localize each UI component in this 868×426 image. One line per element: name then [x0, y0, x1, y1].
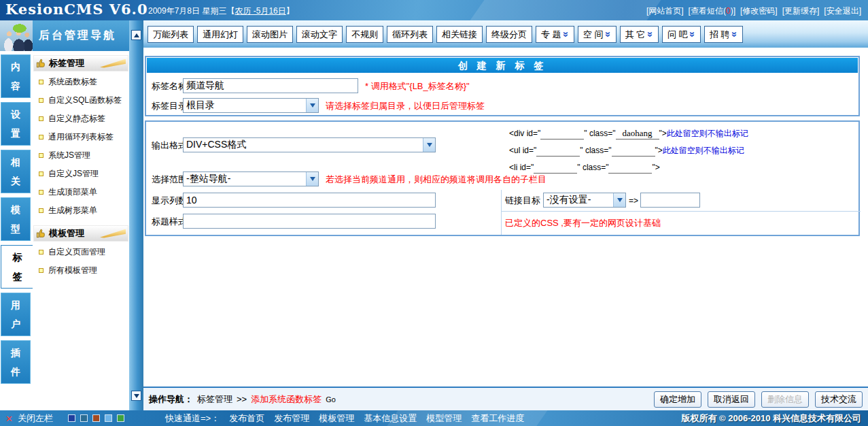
bullet-icon: [39, 171, 44, 176]
side-tab-label: 设置: [11, 105, 21, 143]
tab-space[interactable]: 空 间»: [578, 26, 617, 43]
menu-item-custom-pages[interactable]: 自定义页面管理: [33, 243, 129, 261]
menu-item-all-templates[interactable]: 所有模板管理: [33, 261, 129, 280]
sidebar-scrollbar[interactable]: [129, 20, 143, 410]
logout-link[interactable]: [安全退出]: [824, 5, 861, 17]
code-text: <ul id=": [509, 146, 536, 155]
tag-dir-selected-value: 根目录: [184, 99, 306, 112]
output-format-select[interactable]: DIV+CSS格式: [183, 137, 436, 152]
tab-special[interactable]: 专 题»: [536, 26, 574, 43]
tab-qa[interactable]: 问 吧»: [662, 26, 701, 43]
menu-item-label: 自定义JS管理: [48, 168, 99, 180]
quick-channel-label: 快速通道=>：: [165, 412, 220, 425]
tag-dir-select[interactable]: 根目录: [183, 98, 319, 113]
tab-jobs[interactable]: 招 聘»: [704, 26, 743, 43]
breadcrumb-go[interactable]: Go: [326, 395, 336, 404]
site-home-link[interactable]: [网站首页]: [646, 5, 684, 17]
quick-link-work-progress[interactable]: 查看工作进度: [471, 412, 524, 425]
code-text: " class=": [584, 129, 615, 138]
scroll-up-button[interactable]: [131, 30, 141, 40]
tab-loop-list[interactable]: 循环列表: [387, 26, 433, 43]
tab-irregular[interactable]: 不规则: [346, 26, 383, 43]
theme-swatch-navy[interactable]: [68, 414, 75, 422]
tab-label: 专 题: [541, 29, 561, 41]
ul-class-input[interactable]: [612, 145, 655, 157]
ul-id-input[interactable]: [536, 145, 580, 157]
tab-scroll-text[interactable]: 滚动文字: [296, 26, 343, 43]
menu-group-title: 标签管理: [49, 57, 84, 69]
theme-swatches: [68, 414, 124, 422]
tab-related-links[interactable]: 相关链接: [436, 26, 483, 43]
cancel-return-button[interactable]: 取消返回: [708, 391, 755, 408]
menu-item-custom-static-tags[interactable]: 自定义静态标签: [33, 110, 129, 128]
side-tab-users[interactable]: 用户: [1, 293, 31, 336]
dropdown-arrow-icon: [613, 193, 625, 207]
quick-link-basic-settings[interactable]: 基本信息设置: [364, 412, 417, 425]
tag-name-input[interactable]: [183, 78, 358, 93]
thumbs-up-icon: [36, 229, 46, 238]
side-tab-plugins[interactable]: 插件: [1, 340, 31, 384]
change-password-link[interactable]: [修改密码]: [740, 5, 778, 17]
sidebar-title: 后台管理导航: [33, 20, 129, 51]
tab-other[interactable]: 其 它»: [620, 26, 659, 43]
theme-swatch-brown[interactable]: [92, 414, 100, 422]
tab-pagination[interactable]: 终级分页: [486, 26, 532, 43]
tag-dir-label: 标签目录: [152, 98, 187, 114]
menu-item-custom-sql-tags[interactable]: 自定义SQL函数标签: [33, 91, 129, 110]
lunar-calendar-link[interactable]: 农历 -5月16日: [235, 6, 285, 16]
side-tab-tags[interactable]: 标签: [1, 245, 33, 289]
tab-universal-list[interactable]: 万能列表: [147, 26, 194, 43]
breadcrumb-path[interactable]: 标签管理: [197, 393, 232, 406]
menu-item-loop-list-tags[interactable]: 通用循环列表标签: [33, 128, 129, 146]
gold-arrow-icon: [100, 229, 126, 238]
menu-item-tree-menu[interactable]: 生成树形菜单: [33, 201, 129, 220]
admin-avatar: [0, 20, 33, 51]
columns-input[interactable]: [183, 193, 436, 208]
quick-link-publish-home[interactable]: 发布首页: [229, 412, 264, 425]
scope-select[interactable]: -整站导航-: [183, 171, 319, 186]
scroll-down-button[interactable]: [131, 391, 141, 401]
menu-item-custom-js[interactable]: 自定义JS管理: [33, 165, 129, 183]
div-class-input[interactable]: [616, 128, 659, 140]
css-note: 已定义的CSS ,要有一定的网页设计基础: [505, 215, 661, 231]
div-id-input[interactable]: [540, 128, 584, 140]
quick-link-model-manage[interactable]: 模型管理: [426, 412, 462, 425]
link-target-selected-value: -没有设置-: [544, 193, 613, 207]
quick-link-publish-manage[interactable]: 发布管理: [274, 412, 309, 425]
side-tab-settings[interactable]: 设置: [1, 102, 31, 146]
theme-swatch-lightblue[interactable]: [105, 414, 112, 422]
breadcrumb-current[interactable]: 添加系统函数标签: [251, 393, 322, 406]
tab-label: 滚动图片: [252, 29, 288, 41]
bullet-icon: [39, 98, 44, 103]
side-tab-model[interactable]: 模型: [1, 197, 31, 241]
theme-swatch-teal[interactable]: [80, 414, 88, 422]
title-style-input[interactable]: [183, 214, 436, 229]
confirm-add-button[interactable]: 确定增加: [654, 391, 701, 408]
menu-item-system-js[interactable]: 系统JS管理: [33, 146, 129, 165]
theme-swatch-green[interactable]: [117, 414, 124, 422]
tab-scroll-images[interactable]: 滚动图片: [247, 26, 293, 43]
menu-group-templates[interactable]: 模板管理: [33, 225, 128, 242]
menu-item-top-menu[interactable]: 生成顶部菜单: [33, 183, 129, 201]
view-messages-link[interactable]: [查看短信(0)]: [689, 5, 735, 17]
side-tab-label: 标签: [12, 248, 22, 286]
close-left-panel-button[interactable]: ✕ 关闭左栏: [5, 412, 53, 425]
create-tag-panel: 创 建 新 标 签 标签名称 * 调用格式"{LB_标签名称}" 标签目录 根目…: [145, 56, 860, 116]
app-logo: KesionCMS V6.0: [5, 1, 148, 18]
expand-icon: »: [687, 31, 697, 37]
refresh-cache-link[interactable]: [更新缓存]: [782, 5, 820, 17]
link-target-input[interactable]: [640, 193, 700, 208]
quick-link-template-manage[interactable]: 模板管理: [319, 412, 354, 425]
li-class-input[interactable]: [608, 162, 652, 174]
side-tab-related[interactable]: 相关: [1, 150, 31, 193]
tag-type-tabbar: 万能列表 通用幻灯 滚动图片 滚动文字 不规则 循环列表 相关链接 终级分页 专…: [143, 20, 868, 48]
sidebar-header: 后台管理导航: [0, 20, 129, 51]
module-tabs: 内容 设置 相关 模型 标签 用户 插件: [0, 51, 33, 410]
bullet-icon: [39, 250, 44, 255]
link-target-select[interactable]: -没有设置-: [543, 193, 626, 208]
menu-group-tags[interactable]: 标签管理: [33, 55, 128, 71]
menu-item-system-function-tags[interactable]: 系统函数标签: [33, 73, 129, 91]
tab-slideshow[interactable]: 通用幻灯: [197, 26, 243, 43]
side-tab-content[interactable]: 内容: [1, 54, 31, 98]
tech-support-button[interactable]: 技术交流: [815, 391, 863, 408]
